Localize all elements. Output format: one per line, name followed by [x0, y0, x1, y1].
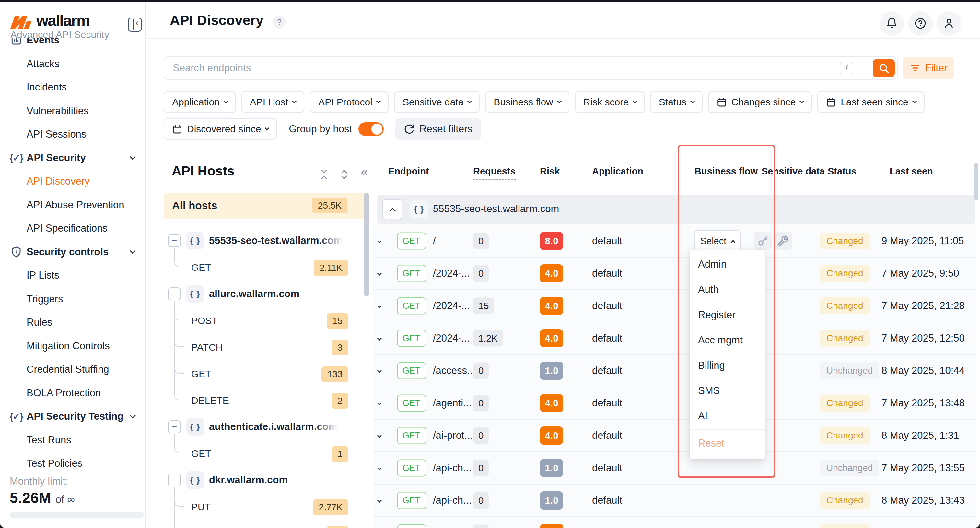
method-row-dkr-wallarm-com-put[interactable]: PUT2.77K — [164, 494, 369, 520]
sidebar-item-api-sessions[interactable]: API Sessions — [0, 123, 146, 146]
application-name: default — [592, 332, 622, 344]
table-row[interactable]: GET/api-ch...01.0defaultUnchanged7 May 2… — [373, 452, 976, 485]
table-row[interactable]: GET/2024-...04.0defaultChanged7 May 2025… — [373, 257, 976, 290]
dropdown-option-register[interactable]: Register — [690, 302, 765, 327]
hosts-panel-scrollbar[interactable] — [364, 193, 369, 297]
collapse-node-button[interactable]: − — [168, 287, 181, 300]
table-row[interactable]: GET/08.0defaultSelectChanged9 May 2025, … — [373, 225, 976, 257]
sidebar-item-security-controls[interactable]: Security controls — [0, 240, 146, 264]
dropdown-option-sms[interactable]: SMS — [690, 378, 765, 404]
braces-icon: {✓} — [10, 410, 23, 423]
row-expand-chevron-icon[interactable] — [378, 271, 381, 276]
sidebar-item-label: Credential Stuffing — [27, 364, 109, 375]
search-button[interactable] — [873, 59, 895, 77]
filter-chip-business-flow[interactable]: Business flow — [485, 91, 569, 113]
table-row[interactable]: GET/ai-prot...04.0defaultChanged8 May 20… — [373, 420, 976, 452]
table-row[interactable]: GET/access...01.0defaultUnchanged8 May 2… — [373, 355, 976, 387]
sidebar-item-incidents[interactable]: Incidents — [0, 76, 146, 99]
application-name: default — [592, 235, 622, 247]
method-row-authenticate-i-wallarm-com-get[interactable]: GET1 — [164, 440, 369, 466]
key-button[interactable] — [754, 232, 772, 250]
dropdown-divider — [690, 429, 765, 430]
last-seen-date: 7 May 2025, 13:48 — [881, 397, 965, 409]
filter-chip-risk-score[interactable]: Risk score — [575, 91, 645, 113]
filter-chip-last-seen-since[interactable]: Last seen since — [817, 91, 924, 113]
help-button[interactable] — [908, 11, 933, 36]
row-expand-chevron-icon[interactable] — [378, 368, 381, 373]
table-row[interactable]: GET/api-se...04.0defaultChanged7 May 202… — [373, 517, 976, 528]
collapse-node-button[interactable]: − — [168, 420, 181, 433]
sidebar-item-triggers[interactable]: Triggers — [0, 287, 146, 311]
dropdown-option-ai[interactable]: AI — [690, 404, 765, 429]
dropdown-option-billing[interactable]: Billing — [690, 353, 765, 378]
row-expand-chevron-icon[interactable] — [378, 433, 381, 439]
row-expand-chevron-icon[interactable] — [378, 238, 381, 244]
table-scrollbar[interactable] — [974, 163, 978, 201]
row-expand-chevron-icon[interactable] — [378, 400, 381, 406]
dropdown-option-acc-mgmt[interactable]: Acc mgmt — [690, 327, 765, 353]
filter-chip-label: Last seen since — [841, 97, 908, 108]
dropdown-option-admin[interactable]: Admin — [690, 252, 765, 277]
status-badge: Unchanged — [820, 362, 879, 379]
sidebar-item-label: Test Runs — [27, 434, 71, 446]
method-row-allure-wallarm-com-get[interactable]: GET133 — [164, 361, 369, 387]
column-header-requests[interactable]: Requests — [473, 166, 515, 180]
method-row-allure-wallarm-com-delete[interactable]: DELETE2 — [164, 387, 369, 413]
host-row-allure-wallarm-com[interactable]: −{ }allure.wallarm.com — [164, 281, 369, 307]
row-expand-chevron-icon[interactable] — [378, 498, 381, 503]
sidebar-item-bola-protection[interactable]: BOLA Protection — [0, 381, 146, 405]
method-row-dkr-wallarm-com-post[interactable]: POST69 — [164, 520, 369, 528]
dropdown-reset-option[interactable]: Reset — [690, 431, 765, 456]
method-row-55535-seo-test-wallarm-com-get[interactable]: GET2.11K — [164, 254, 369, 280]
notifications-button[interactable] — [880, 11, 904, 36]
row-expand-chevron-icon[interactable] — [378, 465, 381, 471]
application-name: default — [592, 430, 622, 442]
method-badge: GET — [397, 297, 426, 314]
application-name: default — [592, 300, 622, 312]
method-badge: GET — [397, 427, 426, 444]
sidebar-item-api-specifications[interactable]: API Specifications — [0, 217, 146, 240]
sidebar: EventsAttacksIncidentsVulnerabilitiesAPI… — [0, 2, 146, 528]
dropdown-option-auth[interactable]: Auth — [690, 277, 765, 302]
sidebar-item-api-security[interactable]: {✓}API Security — [0, 146, 146, 170]
row-expand-chevron-icon[interactable] — [378, 335, 381, 341]
filter-chip-sensitive-data[interactable]: Sensitive data — [394, 91, 480, 113]
sidebar-item-rules[interactable]: Rules — [0, 311, 146, 334]
filter-chip-changes-since[interactable]: Changes since — [708, 91, 812, 113]
sidebar-item-mitigation-controls[interactable]: Mitigation Controls — [0, 334, 146, 358]
sidebar-item-ip-lists[interactable]: IP Lists — [0, 264, 146, 287]
host-row-dkr-wallarm-com[interactable]: −{ }dkr.wallarm.com — [164, 467, 369, 493]
wrench-icon — [777, 235, 789, 247]
sidebar-item-vulnerabilities[interactable]: Vulnerabilities — [0, 99, 146, 123]
sidebar-item-attacks[interactable]: Attacks — [0, 52, 146, 76]
row-expand-chevron-icon[interactable] — [378, 303, 381, 309]
table-row[interactable]: GET/2024-...1.2K4.0defaultChanged7 May 2… — [373, 322, 976, 355]
filter-button-label: Filter — [925, 62, 948, 74]
reset-filters-button[interactable]: Reset filters — [395, 118, 481, 140]
filter-button[interactable]: Filter — [903, 57, 954, 79]
collapse-node-button[interactable]: − — [168, 234, 181, 247]
table-row[interactable]: GET/agenti...04.0defaultChanged7 May 202… — [373, 387, 976, 420]
filter-chip-status[interactable]: Status — [651, 91, 703, 113]
host-row-authenticate-i-wallarm-com[interactable]: −{ }authenticate.i.wallarm.com — [164, 414, 369, 440]
sidebar-item-test-runs[interactable]: Test Runs — [0, 428, 146, 452]
table-row[interactable]: GET/2024-...154.0defaultChanged7 May 202… — [373, 290, 976, 322]
method-row-allure-wallarm-com-post[interactable]: POST15 — [164, 308, 369, 333]
sidebar-item-api-discovery[interactable]: API Discovery — [0, 170, 146, 193]
host-row-55535-seo-test-wallarm-com[interactable]: −{ }55535-seo-test.wallarm.com — [164, 228, 369, 254]
table-group-row[interactable]: { } 55535-seo-test.wallarm.com — [377, 195, 975, 225]
group-collapse-button[interactable] — [382, 199, 402, 219]
sidebar-item-credential-stuffing[interactable]: Credential Stuffing — [0, 358, 146, 381]
sidebar-item-label: API Security — [27, 152, 86, 164]
sidebar-item-api-abuse-prevention[interactable]: API Abuse Prevention — [0, 193, 146, 217]
account-button[interactable] — [937, 11, 961, 36]
business-flow-select-button[interactable]: Select — [695, 230, 740, 252]
collapse-node-button[interactable]: − — [168, 474, 181, 487]
method-name: DELETE — [191, 395, 229, 406]
wrench-button[interactable] — [774, 232, 792, 250]
sidebar-collapse-icon[interactable] — [128, 18, 142, 32]
table-row[interactable]: GET/api-ch...01.0defaultChanged8 May 202… — [373, 485, 976, 517]
sidebar-item-api-security-testing[interactable]: {✓}API Security Testing — [0, 405, 146, 428]
monthly-limit-label: Monthly limit: — [10, 475, 68, 487]
method-row-allure-wallarm-com-patch[interactable]: PATCH3 — [164, 334, 369, 360]
